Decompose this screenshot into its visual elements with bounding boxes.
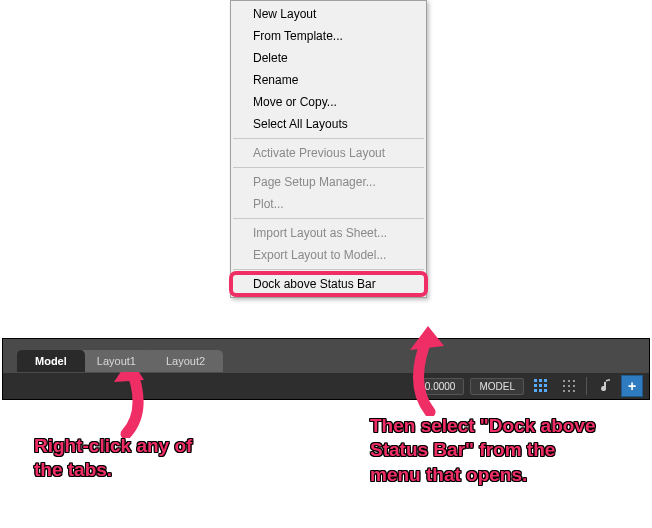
status-separator bbox=[586, 377, 587, 395]
menu-item-import-layout-as-sheet: Import Layout as Sheet... bbox=[231, 222, 426, 244]
menu-item-new-layout[interactable]: New Layout bbox=[231, 3, 426, 25]
tab-label: Layout2 bbox=[166, 355, 205, 367]
menu-item-export-layout-to-model: Export Layout to Model... bbox=[231, 244, 426, 266]
svg-rect-1 bbox=[539, 379, 542, 382]
svg-point-17 bbox=[573, 390, 575, 392]
plus-icon[interactable]: + bbox=[621, 375, 643, 397]
tab-model[interactable]: Model bbox=[17, 350, 85, 372]
svg-point-15 bbox=[563, 390, 565, 392]
svg-point-9 bbox=[563, 380, 565, 382]
svg-rect-8 bbox=[544, 389, 547, 392]
svg-rect-6 bbox=[534, 389, 537, 392]
svg-point-11 bbox=[573, 380, 575, 382]
menu-item-page-setup-manager: Page Setup Manager... bbox=[231, 171, 426, 193]
svg-point-16 bbox=[568, 390, 570, 392]
grid-display-icon[interactable] bbox=[530, 375, 552, 397]
menu-separator bbox=[233, 138, 424, 139]
menu-item-select-all-layouts[interactable]: Select All Layouts bbox=[231, 113, 426, 135]
layout-context-menu: New Layout From Template... Delete Renam… bbox=[230, 0, 427, 298]
tab-label: Layout1 bbox=[97, 355, 136, 367]
status-coordinate-readout: 0.0000 bbox=[416, 378, 465, 395]
svg-point-13 bbox=[568, 385, 570, 387]
tab-label: Model bbox=[35, 355, 67, 367]
svg-rect-4 bbox=[539, 384, 542, 387]
svg-point-10 bbox=[568, 380, 570, 382]
menu-separator bbox=[233, 218, 424, 219]
svg-rect-7 bbox=[539, 389, 542, 392]
snap-mode-icon[interactable] bbox=[558, 375, 580, 397]
svg-rect-0 bbox=[534, 379, 537, 382]
tab-layout1[interactable]: Layout1 bbox=[79, 350, 154, 372]
annotation-text-left: Right-click any of the tabs. bbox=[34, 434, 214, 483]
layout-status-panel: Model Layout1 Layout2 0.0000 MODEL bbox=[2, 338, 650, 400]
status-space-button[interactable]: MODEL bbox=[470, 378, 524, 395]
menu-item-delete[interactable]: Delete bbox=[231, 47, 426, 69]
menu-separator bbox=[233, 167, 424, 168]
menu-item-plot: Plot... bbox=[231, 193, 426, 215]
svg-point-14 bbox=[573, 385, 575, 387]
menu-item-dock-above-status-bar[interactable]: Dock above Status Bar bbox=[231, 273, 426, 295]
tab-layout2[interactable]: Layout2 bbox=[148, 350, 223, 372]
menu-item-move-or-copy[interactable]: Move or Copy... bbox=[231, 91, 426, 113]
layout-tab-row: Model Layout1 Layout2 bbox=[3, 339, 649, 373]
svg-rect-3 bbox=[534, 384, 537, 387]
menu-item-activate-previous-layout: Activate Previous Layout bbox=[231, 142, 426, 164]
svg-rect-5 bbox=[544, 384, 547, 387]
menu-separator bbox=[233, 269, 424, 270]
music-note-icon[interactable] bbox=[593, 375, 615, 397]
svg-rect-2 bbox=[544, 379, 547, 382]
status-bar: 0.0000 MODEL bbox=[3, 373, 649, 399]
annotation-text-right: Then select "Dock above Status Bar" from… bbox=[370, 414, 600, 487]
menu-item-from-template[interactable]: From Template... bbox=[231, 25, 426, 47]
menu-item-rename[interactable]: Rename bbox=[231, 69, 426, 91]
svg-point-12 bbox=[563, 385, 565, 387]
